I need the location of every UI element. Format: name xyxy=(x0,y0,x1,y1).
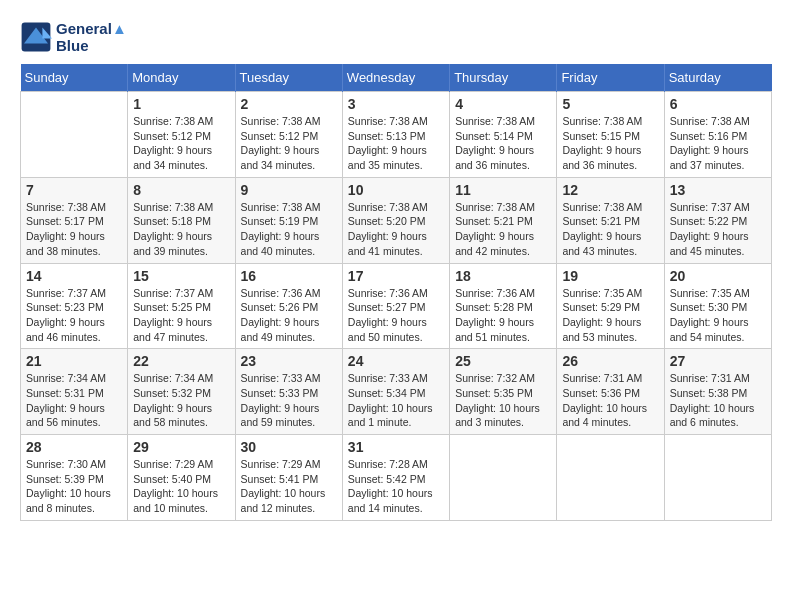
calendar-week-4: 21Sunrise: 7:34 AM Sunset: 5:31 PM Dayli… xyxy=(21,349,772,435)
calendar-cell xyxy=(557,435,664,521)
calendar-cell: 22Sunrise: 7:34 AM Sunset: 5:32 PM Dayli… xyxy=(128,349,235,435)
calendar-cell: 18Sunrise: 7:36 AM Sunset: 5:28 PM Dayli… xyxy=(450,263,557,349)
day-number: 24 xyxy=(348,353,444,369)
calendar-cell: 10Sunrise: 7:38 AM Sunset: 5:20 PM Dayli… xyxy=(342,177,449,263)
day-info: Sunrise: 7:37 AM Sunset: 5:25 PM Dayligh… xyxy=(133,286,229,345)
calendar-week-3: 14Sunrise: 7:37 AM Sunset: 5:23 PM Dayli… xyxy=(21,263,772,349)
day-info: Sunrise: 7:36 AM Sunset: 5:27 PM Dayligh… xyxy=(348,286,444,345)
day-number: 28 xyxy=(26,439,122,455)
day-number: 19 xyxy=(562,268,658,284)
day-info: Sunrise: 7:34 AM Sunset: 5:32 PM Dayligh… xyxy=(133,371,229,430)
day-info: Sunrise: 7:31 AM Sunset: 5:38 PM Dayligh… xyxy=(670,371,766,430)
day-info: Sunrise: 7:38 AM Sunset: 5:12 PM Dayligh… xyxy=(241,114,337,173)
day-info: Sunrise: 7:36 AM Sunset: 5:26 PM Dayligh… xyxy=(241,286,337,345)
day-number: 15 xyxy=(133,268,229,284)
day-info: Sunrise: 7:34 AM Sunset: 5:31 PM Dayligh… xyxy=(26,371,122,430)
day-number: 7 xyxy=(26,182,122,198)
calendar-cell: 5Sunrise: 7:38 AM Sunset: 5:15 PM Daylig… xyxy=(557,92,664,178)
day-info: Sunrise: 7:38 AM Sunset: 5:15 PM Dayligh… xyxy=(562,114,658,173)
day-info: Sunrise: 7:31 AM Sunset: 5:36 PM Dayligh… xyxy=(562,371,658,430)
day-info: Sunrise: 7:37 AM Sunset: 5:22 PM Dayligh… xyxy=(670,200,766,259)
day-number: 4 xyxy=(455,96,551,112)
calendar-cell: 27Sunrise: 7:31 AM Sunset: 5:38 PM Dayli… xyxy=(664,349,771,435)
header-friday: Friday xyxy=(557,64,664,92)
calendar-cell: 11Sunrise: 7:38 AM Sunset: 5:21 PM Dayli… xyxy=(450,177,557,263)
logo: General▲ Blue xyxy=(20,20,127,54)
day-info: Sunrise: 7:38 AM Sunset: 5:18 PM Dayligh… xyxy=(133,200,229,259)
calendar-cell: 4Sunrise: 7:38 AM Sunset: 5:14 PM Daylig… xyxy=(450,92,557,178)
logo-icon xyxy=(20,21,52,53)
calendar-week-1: 1Sunrise: 7:38 AM Sunset: 5:12 PM Daylig… xyxy=(21,92,772,178)
calendar-header: SundayMondayTuesdayWednesdayThursdayFrid… xyxy=(21,64,772,92)
calendar-cell: 15Sunrise: 7:37 AM Sunset: 5:25 PM Dayli… xyxy=(128,263,235,349)
calendar-cell: 9Sunrise: 7:38 AM Sunset: 5:19 PM Daylig… xyxy=(235,177,342,263)
calendar-cell: 29Sunrise: 7:29 AM Sunset: 5:40 PM Dayli… xyxy=(128,435,235,521)
day-number: 14 xyxy=(26,268,122,284)
day-number: 22 xyxy=(133,353,229,369)
day-number: 23 xyxy=(241,353,337,369)
day-number: 18 xyxy=(455,268,551,284)
day-number: 26 xyxy=(562,353,658,369)
calendar-cell xyxy=(21,92,128,178)
calendar-cell: 30Sunrise: 7:29 AM Sunset: 5:41 PM Dayli… xyxy=(235,435,342,521)
calendar-cell: 8Sunrise: 7:38 AM Sunset: 5:18 PM Daylig… xyxy=(128,177,235,263)
day-number: 21 xyxy=(26,353,122,369)
day-info: Sunrise: 7:38 AM Sunset: 5:21 PM Dayligh… xyxy=(455,200,551,259)
page-header: General▲ Blue xyxy=(20,20,772,54)
day-number: 25 xyxy=(455,353,551,369)
header-tuesday: Tuesday xyxy=(235,64,342,92)
day-number: 8 xyxy=(133,182,229,198)
calendar-cell: 13Sunrise: 7:37 AM Sunset: 5:22 PM Dayli… xyxy=(664,177,771,263)
day-number: 3 xyxy=(348,96,444,112)
calendar-cell: 12Sunrise: 7:38 AM Sunset: 5:21 PM Dayli… xyxy=(557,177,664,263)
day-number: 9 xyxy=(241,182,337,198)
day-info: Sunrise: 7:38 AM Sunset: 5:16 PM Dayligh… xyxy=(670,114,766,173)
calendar-cell: 24Sunrise: 7:33 AM Sunset: 5:34 PM Dayli… xyxy=(342,349,449,435)
logo-text: General▲ Blue xyxy=(56,20,127,54)
calendar-cell xyxy=(450,435,557,521)
day-info: Sunrise: 7:35 AM Sunset: 5:29 PM Dayligh… xyxy=(562,286,658,345)
calendar-cell: 2Sunrise: 7:38 AM Sunset: 5:12 PM Daylig… xyxy=(235,92,342,178)
calendar-cell: 28Sunrise: 7:30 AM Sunset: 5:39 PM Dayli… xyxy=(21,435,128,521)
calendar-cell: 7Sunrise: 7:38 AM Sunset: 5:17 PM Daylig… xyxy=(21,177,128,263)
day-info: Sunrise: 7:35 AM Sunset: 5:30 PM Dayligh… xyxy=(670,286,766,345)
day-info: Sunrise: 7:38 AM Sunset: 5:21 PM Dayligh… xyxy=(562,200,658,259)
calendar-cell: 6Sunrise: 7:38 AM Sunset: 5:16 PM Daylig… xyxy=(664,92,771,178)
header-wednesday: Wednesday xyxy=(342,64,449,92)
day-info: Sunrise: 7:38 AM Sunset: 5:19 PM Dayligh… xyxy=(241,200,337,259)
day-number: 11 xyxy=(455,182,551,198)
day-info: Sunrise: 7:30 AM Sunset: 5:39 PM Dayligh… xyxy=(26,457,122,516)
day-number: 6 xyxy=(670,96,766,112)
calendar-cell: 17Sunrise: 7:36 AM Sunset: 5:27 PM Dayli… xyxy=(342,263,449,349)
calendar-cell: 26Sunrise: 7:31 AM Sunset: 5:36 PM Dayli… xyxy=(557,349,664,435)
day-info: Sunrise: 7:38 AM Sunset: 5:14 PM Dayligh… xyxy=(455,114,551,173)
day-number: 16 xyxy=(241,268,337,284)
day-number: 27 xyxy=(670,353,766,369)
calendar-cell: 16Sunrise: 7:36 AM Sunset: 5:26 PM Dayli… xyxy=(235,263,342,349)
day-number: 17 xyxy=(348,268,444,284)
calendar-week-2: 7Sunrise: 7:38 AM Sunset: 5:17 PM Daylig… xyxy=(21,177,772,263)
day-info: Sunrise: 7:28 AM Sunset: 5:42 PM Dayligh… xyxy=(348,457,444,516)
day-number: 2 xyxy=(241,96,337,112)
day-info: Sunrise: 7:33 AM Sunset: 5:33 PM Dayligh… xyxy=(241,371,337,430)
calendar-cell: 14Sunrise: 7:37 AM Sunset: 5:23 PM Dayli… xyxy=(21,263,128,349)
day-info: Sunrise: 7:29 AM Sunset: 5:40 PM Dayligh… xyxy=(133,457,229,516)
calendar-cell: 21Sunrise: 7:34 AM Sunset: 5:31 PM Dayli… xyxy=(21,349,128,435)
day-info: Sunrise: 7:38 AM Sunset: 5:17 PM Dayligh… xyxy=(26,200,122,259)
day-number: 10 xyxy=(348,182,444,198)
day-info: Sunrise: 7:38 AM Sunset: 5:20 PM Dayligh… xyxy=(348,200,444,259)
day-number: 31 xyxy=(348,439,444,455)
day-number: 5 xyxy=(562,96,658,112)
calendar-cell: 20Sunrise: 7:35 AM Sunset: 5:30 PM Dayli… xyxy=(664,263,771,349)
calendar-cell: 31Sunrise: 7:28 AM Sunset: 5:42 PM Dayli… xyxy=(342,435,449,521)
day-number: 1 xyxy=(133,96,229,112)
calendar-cell: 1Sunrise: 7:38 AM Sunset: 5:12 PM Daylig… xyxy=(128,92,235,178)
calendar-cell: 3Sunrise: 7:38 AM Sunset: 5:13 PM Daylig… xyxy=(342,92,449,178)
header-saturday: Saturday xyxy=(664,64,771,92)
day-number: 29 xyxy=(133,439,229,455)
calendar-table: SundayMondayTuesdayWednesdayThursdayFrid… xyxy=(20,64,772,521)
day-info: Sunrise: 7:36 AM Sunset: 5:28 PM Dayligh… xyxy=(455,286,551,345)
header-monday: Monday xyxy=(128,64,235,92)
calendar-cell xyxy=(664,435,771,521)
day-info: Sunrise: 7:38 AM Sunset: 5:12 PM Dayligh… xyxy=(133,114,229,173)
